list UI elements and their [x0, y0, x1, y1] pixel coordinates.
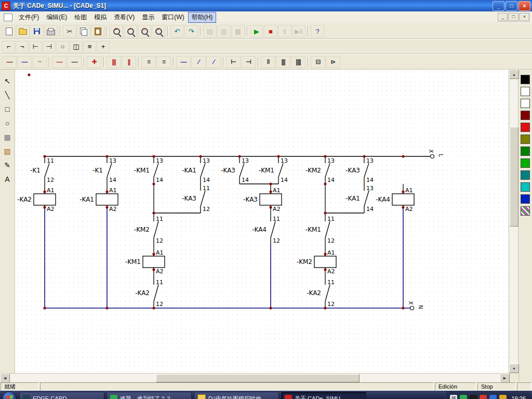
contact-no-button[interactable]: ⊢	[226, 56, 241, 68]
library-contacts-button[interactable]: ⊣	[43, 41, 56, 52]
coil-ka3[interactable]: A1A2-KA3	[243, 187, 282, 212]
menu-item-7[interactable]: 窗口(W)	[158, 12, 188, 23]
scroll-up-button[interactable]: ▲	[509, 70, 519, 79]
menu-item-5[interactable]: 查看(V)	[110, 12, 138, 23]
menu-item-1[interactable]: 文件(F)	[15, 12, 43, 23]
color-dark-red[interactable]	[521, 111, 530, 120]
ellipse-tool[interactable]: ○	[2, 118, 13, 128]
contact-km2[interactable]: 1314-KM2	[305, 156, 335, 184]
mdi-close-button[interactable]: ×	[520, 13, 529, 21]
contact-ka1[interactable]: 1314-KA1	[345, 184, 374, 213]
report-button[interactable]: ▦	[231, 25, 245, 37]
coil-km1[interactable]: A1A2-KM1	[125, 249, 165, 275]
menu-item-6[interactable]: 显示	[138, 12, 158, 23]
rail-bottom-button[interactable]: ≡	[156, 56, 171, 68]
coil-km2[interactable]: A1A2-KM2	[297, 249, 336, 275]
simulate-step-button[interactable]: ▶‖	[292, 25, 305, 37]
new-file-button[interactable]	[2, 25, 16, 37]
library-contactors-button[interactable]: ⊢	[29, 41, 42, 52]
library-logic-button[interactable]: ≡	[83, 41, 96, 52]
coil-symbol-button[interactable]: ⊟	[311, 56, 325, 68]
contact-km1[interactable]: 1314-KM1	[134, 156, 163, 184]
poles-two-button[interactable]: ‖	[261, 56, 275, 68]
tray-icon-green[interactable]	[460, 395, 467, 399]
open-file-button[interactable]	[16, 25, 30, 37]
simulate-stop-button[interactable]: ■	[264, 25, 277, 37]
contact-nc-button[interactable]: ⊣	[241, 56, 256, 68]
paste-button[interactable]	[91, 25, 104, 37]
tray-icon-red[interactable]	[480, 395, 487, 399]
undo-button[interactable]: ↶	[170, 25, 184, 37]
cable-straight-button[interactable]: —	[176, 56, 191, 68]
tray-icon-penguin[interactable]	[470, 395, 477, 399]
wire-maroon-button[interactable]: —	[2, 56, 17, 68]
contact-k1[interactable]: 1112-K1	[30, 156, 54, 184]
contact-km1[interactable]: 1314-KM1	[259, 156, 288, 184]
redo-button[interactable]: ↷	[184, 25, 198, 37]
pen-tool[interactable]: ✎	[2, 160, 13, 170]
poles-three-button[interactable]: |||	[276, 56, 290, 68]
minimize-button[interactable]: _	[493, 1, 504, 11]
tray-icon-gold[interactable]	[499, 395, 507, 399]
help-button[interactable]: ?	[311, 25, 324, 37]
coil-ka2[interactable]: A1A2-KA2	[17, 187, 56, 212]
line-tool[interactable]: ╲	[2, 90, 13, 100]
contact-ka2[interactable]: 1112-KA2	[135, 278, 163, 308]
horizontal-scrollbar[interactable]: ◀ ▶	[0, 373, 510, 382]
print-button[interactable]	[44, 25, 58, 37]
io-list-button[interactable]: ▤	[203, 25, 217, 37]
scroll-right-button[interactable]: ▶	[500, 374, 510, 383]
taskbar-task-3[interactable]: D:\电气绘图模拟软件	[194, 392, 279, 399]
contact-ka3[interactable]: 1112-KA3	[182, 184, 210, 213]
library-wiring-button[interactable]: +	[97, 41, 110, 52]
color-teal[interactable]	[521, 170, 530, 180]
filled-rect-tool[interactable]: ▩	[2, 132, 13, 142]
menu-item-3[interactable]: 绘图	[71, 12, 90, 23]
contact-ka3[interactable]: 1314-KA3	[221, 156, 249, 184]
color-red[interactable]	[521, 123, 530, 132]
taskbar-clock[interactable]: 19:26	[509, 395, 526, 399]
tray-icon-blue[interactable]	[489, 395, 497, 399]
vertical-scroll-thumb[interactable]	[510, 127, 518, 227]
color-blue[interactable]	[521, 194, 530, 204]
zoom-in-button[interactable]: +	[110, 25, 123, 37]
terminal-l[interactable]: XL	[428, 150, 444, 158]
copy-button[interactable]	[77, 25, 90, 37]
bus-two-phase-button[interactable]: ||	[122, 56, 136, 68]
zoom-page-button[interactable]: □	[138, 25, 151, 37]
coil-ka4[interactable]: A1A2-KA4	[376, 187, 414, 212]
color-white-2[interactable]	[521, 99, 530, 108]
cable-slant-dot-button[interactable]: ∕	[206, 56, 221, 68]
restore-button[interactable]: □	[506, 1, 517, 11]
vertical-scrollbar[interactable]: ▲ ▼	[509, 70, 518, 373]
mdi-minimize-button[interactable]: _	[498, 13, 508, 21]
mdi-child-icon[interactable]	[4, 14, 12, 21]
hatch-tool[interactable]: ▨	[2, 146, 13, 156]
terminal-n[interactable]: XN	[408, 301, 423, 310]
start-button[interactable]	[2, 391, 17, 399]
library-protection-button[interactable]: ¬	[16, 41, 29, 52]
contact-ka4[interactable]: 1112-KA4	[252, 215, 280, 245]
ime-indicator[interactable]: 拼	[450, 395, 457, 399]
cut-button[interactable]: ✂	[63, 25, 76, 37]
taskbar-task-2[interactable]: 难题，难到找了？？...	[107, 392, 192, 399]
taskbar-task-1[interactable]: EDGE CARD	[19, 392, 104, 399]
contact-k1[interactable]: 1314-K1	[92, 156, 116, 184]
zoom-area-button[interactable]: ⌐	[152, 25, 165, 37]
color-hatch[interactable]	[521, 206, 530, 216]
menu-item-4[interactable]: 模拟	[90, 12, 110, 23]
rectangle-tool[interactable]: □	[2, 104, 13, 114]
color-green-dark[interactable]	[521, 147, 530, 156]
mdi-restore-button[interactable]: □	[509, 13, 518, 21]
save-file-button[interactable]	[30, 25, 44, 37]
color-green[interactable]	[521, 158, 530, 168]
contact-ka1[interactable]: 1314-KA1	[182, 156, 210, 184]
rail-top-button[interactable]: ≡	[141, 56, 156, 68]
zoom-out-button[interactable]: −	[124, 25, 137, 37]
menu-item-2[interactable]: 编辑(E)	[43, 12, 71, 23]
text-tool[interactable]: A	[2, 174, 13, 184]
wire-blue-button[interactable]: —	[17, 56, 32, 68]
simulate-play-button[interactable]: ▶	[250, 25, 263, 37]
contact-ka2[interactable]: 1112-KA2	[307, 278, 335, 308]
poles-four-button[interactable]: ||||	[291, 56, 305, 68]
